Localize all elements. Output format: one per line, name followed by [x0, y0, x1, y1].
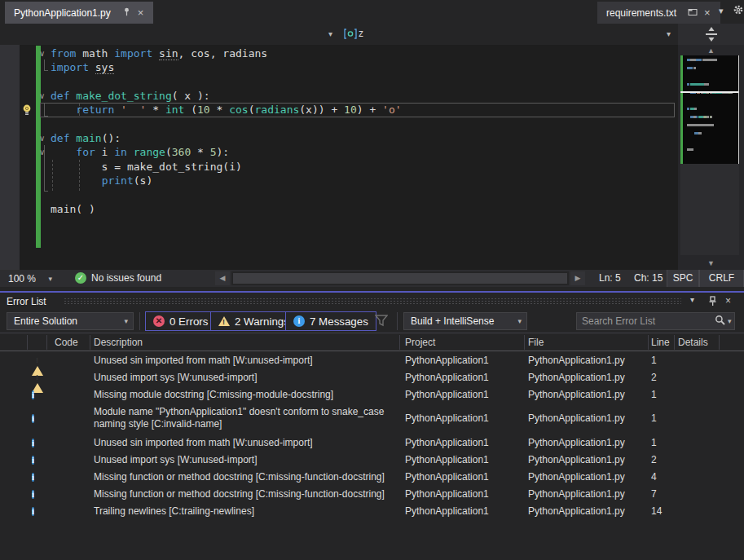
- pin-icon[interactable]: [708, 296, 717, 308]
- close-icon[interactable]: ×: [725, 295, 731, 306]
- info-icon: i: [32, 389, 44, 400]
- scroll-down-icon[interactable]: ▼: [678, 259, 744, 267]
- source-filter-value: Build + IntelliSense: [411, 315, 494, 327]
- chevron-down-icon[interactable]: ▾: [719, 6, 724, 16]
- row-file: PythonApplication1.py: [528, 389, 625, 400]
- column-header-line[interactable]: Line: [651, 337, 670, 348]
- member-dropdown[interactable]: z: [344, 28, 363, 39]
- info-icon: i: [32, 488, 44, 500]
- minimap-code-bar: [704, 83, 710, 86]
- minimap-code-bar: [687, 108, 689, 110]
- errors-filter-button[interactable]: ✕ 0 Errors: [145, 311, 216, 331]
- code-line[interactable]: s = make_dot_string(i): [51, 160, 242, 174]
- error-list-row[interactable]: iTrailing newlines [C:trailing-newlines]…: [0, 502, 744, 519]
- row-file: PythonApplication1.py: [528, 355, 625, 366]
- scroll-right-icon[interactable]: ▶: [570, 271, 585, 285]
- code-line[interactable]: from math import sin, cos, radians: [51, 46, 267, 60]
- error-list-row[interactable]: iUnused import sys [W:unused-import]Pyth…: [0, 451, 744, 468]
- code-line[interactable]: main( ): [51, 202, 95, 216]
- editor-splitter[interactable]: [678, 24, 744, 45]
- error-list-row[interactable]: iModule name "PythonApplication1" doesn'…: [0, 403, 744, 434]
- code-line[interactable]: def make_dot_string( x ):: [51, 89, 210, 103]
- source-filter-dropdown[interactable]: Build + IntelliSense ▾: [403, 312, 527, 330]
- fold-collapse-icon[interactable]: ∨: [39, 131, 49, 145]
- column-header-code[interactable]: Code: [55, 337, 78, 348]
- breakpoint-margin[interactable]: [0, 45, 20, 270]
- scope-filter-dropdown[interactable]: Entire Solution ▾: [7, 312, 134, 330]
- column-header-project[interactable]: Project: [405, 337, 435, 348]
- code-line[interactable]: for i in range(360 * 5):: [51, 145, 229, 159]
- tab-label: PythonApplication1.py: [14, 7, 111, 19]
- tab-requirements[interactable]: requirements.txt ×: [597, 2, 720, 24]
- column-header-description[interactable]: Description: [94, 337, 143, 348]
- error-list-row[interactable]: iMissing function or method docstring [C…: [0, 468, 744, 485]
- vertical-scrollbar[interactable]: ▲ ▼: [678, 45, 744, 270]
- code-line[interactable]: return ' ' * int (10 * cos(radians(x)) +…: [51, 103, 402, 117]
- row-file: PythonApplication1.py: [528, 454, 625, 465]
- fold-collapse-icon[interactable]: ∨: [39, 89, 49, 103]
- row-line: 1: [651, 389, 657, 400]
- row-description: Module name "PythonApplication1" doesn't…: [94, 406, 397, 430]
- panel-drag-handle[interactable]: [64, 298, 681, 305]
- close-icon[interactable]: ×: [701, 7, 714, 19]
- error-list-row[interactable]: iUnused sin imported from math [W:unused…: [0, 434, 744, 451]
- code-editor[interactable]: ∨from math import sin, cos, radiansimpor…: [0, 45, 678, 270]
- members-dropdown-chevron-icon[interactable]: ▾: [667, 29, 671, 38]
- filter-icon[interactable]: [375, 315, 388, 329]
- scope-guide: [44, 103, 45, 117]
- pin-icon[interactable]: [119, 7, 134, 19]
- row-project: PythonApplication1: [405, 372, 489, 383]
- messages-filter-button[interactable]: i 7 Messages: [285, 311, 376, 331]
- error-list-row[interactable]: iMissing module docstring [C:missing-mod…: [0, 386, 744, 403]
- info-icon: i: [293, 315, 305, 327]
- minimap-code-bar: [694, 108, 697, 110]
- search-icon[interactable]: [713, 315, 727, 328]
- keep-open-icon[interactable]: [685, 7, 701, 19]
- row-file: PythonApplication1.py: [528, 471, 625, 483]
- issues-status: No issues found: [91, 272, 161, 284]
- scroll-left-icon[interactable]: ◀: [215, 271, 230, 285]
- minimap-code-bar: [705, 59, 717, 61]
- zoom-selector[interactable]: 100 % ▾: [2, 271, 55, 285]
- minimap-code-bar: [687, 83, 689, 86]
- fold-collapse-icon[interactable]: ∨: [39, 46, 49, 60]
- horizontal-scrollbar[interactable]: [231, 271, 569, 285]
- code-line[interactable]: import sys: [51, 60, 114, 74]
- row-description: Unused import sys [W:unused-import]: [94, 453, 397, 465]
- row-description: Unused sin imported from math [W:unused-…: [94, 436, 397, 448]
- column-header-file[interactable]: File: [528, 337, 544, 348]
- warnings-filter-button[interactable]: 2 Warnings: [210, 311, 297, 331]
- warning-icon: [32, 355, 44, 366]
- row-line: 2: [651, 454, 657, 465]
- code-line[interactable]: print(s): [51, 174, 152, 187]
- code-line[interactable]: def main():: [51, 131, 121, 145]
- split-icon: [704, 27, 719, 42]
- close-icon[interactable]: ×: [134, 7, 147, 19]
- fold-collapse-icon[interactable]: ∨: [39, 145, 49, 159]
- lightbulb-icon[interactable]: [21, 104, 33, 119]
- navigation-bar: ▾ z ▾: [0, 24, 678, 45]
- minimap-code-bar: [698, 132, 701, 134]
- scroll-up-icon[interactable]: ▲: [678, 46, 744, 55]
- column-header-details[interactable]: Details: [678, 337, 708, 348]
- window-position-chevron-icon[interactable]: ▾: [690, 295, 694, 304]
- error-list-panel: Error List ▾ × Entire Solution ▾ ✕ 0 Err…: [0, 291, 744, 560]
- vs-window: PythonApplication1.py × requirements.txt…: [0, 0, 744, 560]
- error-list-row[interactable]: Unused sin imported from math [W:unused-…: [0, 351, 744, 368]
- gear-icon[interactable]: [733, 4, 744, 17]
- minimap-change-bar: [680, 55, 683, 164]
- error-list-row[interactable]: Unused import sys [W:unused-import]Pytho…: [0, 368, 744, 386]
- types-dropdown-chevron-icon[interactable]: ▾: [328, 29, 332, 38]
- tab-pythonapplication1[interactable]: PythonApplication1.py ×: [5, 2, 153, 24]
- search-input[interactable]: [577, 315, 713, 327]
- row-file: PythonApplication1.py: [528, 437, 625, 448]
- search-options-chevron-icon[interactable]: ▾: [727, 317, 736, 325]
- scrollbar-thumb[interactable]: [233, 273, 567, 284]
- minimap[interactable]: [680, 55, 739, 164]
- row-line: 7: [651, 488, 657, 500]
- row-file: PythonApplication1.py: [528, 488, 625, 500]
- scope-filter-value: Entire Solution: [14, 315, 77, 327]
- scrollbar-track[interactable]: [680, 164, 739, 255]
- document-tab-bar: PythonApplication1.py × requirements.txt…: [0, 0, 744, 24]
- error-list-row[interactable]: iMissing function or method docstring [C…: [0, 485, 744, 502]
